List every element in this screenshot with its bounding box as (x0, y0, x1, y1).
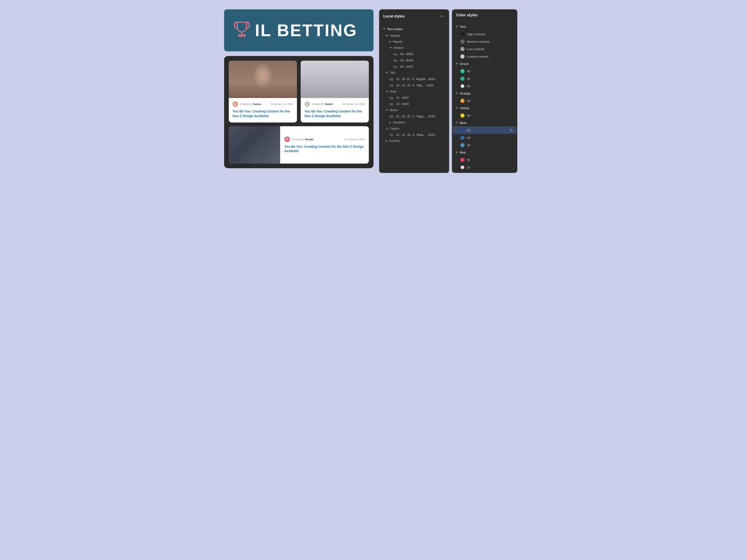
card-3-date: 11 February, 2022 (344, 138, 365, 141)
color-blue-40-label: 40 (467, 136, 470, 139)
trophy-icon (232, 20, 251, 41)
color-blue-section[interactable]: Blue (452, 119, 517, 127)
title-01[interactable]: Ag 01 . 18 .24 . 0 . Regular · 18/24 (379, 76, 449, 82)
title-chevron (386, 72, 388, 74)
button-01[interactable]: Ag 01 . 16 . 22 . 2 . Regu... · 16/24 (379, 113, 449, 119)
color-blue-40[interactable]: 40 (453, 134, 516, 141)
title-02-label: 02 . 14 . 20 . 0 . Reg... · 14/20 (396, 84, 445, 87)
regular-label: Regular (393, 40, 403, 44)
color-lowest-contrast[interactable]: Lowest-contrast (453, 53, 516, 60)
color-red-section[interactable]: Red (452, 149, 517, 156)
color-medium-contrast-label: Medium-contrast (467, 40, 490, 44)
color-orange-section[interactable]: Orange (452, 90, 517, 97)
brand-title: IL BETTING (255, 21, 357, 40)
color-yellow-50-label: 50 (467, 114, 470, 117)
caption-chevron (386, 128, 388, 130)
color-green-05[interactable]: 05 (453, 82, 516, 90)
body-01-label: 01 · 18/32 (396, 96, 445, 99)
card-2[interactable]: Posted By: Daniel November 10, 2022 You … (301, 61, 369, 123)
color-green-30[interactable]: 30 (453, 75, 516, 82)
color-green-label: Green (460, 62, 469, 65)
color-green-chevron (456, 63, 458, 64)
body-group[interactable]: Body (379, 88, 449, 95)
card-3-meta: S Posted By: Sunaki 11 February, 2022 (284, 136, 365, 142)
semibold-chevron (389, 121, 391, 124)
color-lowest-contrast-label: Lowest-contrast (467, 55, 488, 58)
color-low-contrast[interactable]: Low-contrast (453, 45, 516, 53)
color-high-contrast[interactable]: High-contrast (453, 30, 516, 38)
color-green-05-dot (460, 84, 465, 88)
card-1-author-name: Kairon (253, 103, 261, 105)
local-styles-add-button[interactable]: + (438, 13, 445, 20)
color-yellow-label: Yellow (460, 106, 469, 110)
card-2-date: November 10, 2022 (342, 103, 365, 105)
heading-h2-48-label: H2 · 48/56 (400, 53, 445, 56)
card-2-body: Posted By: Daniel November 10, 2022 You … (301, 98, 369, 123)
color-red-chevron (456, 152, 458, 153)
caption-01[interactable]: Ag 01 . 16 . 24 . 0 . Regu... · 16/24 (379, 132, 449, 138)
ag-icon-h2-40: Ag (393, 59, 398, 62)
heading-h2-48[interactable]: Ag H2 · 48/56 (379, 51, 449, 57)
heading-h4-24-label: H4 · 24/32 (400, 65, 445, 69)
card-3[interactable]: S Posted By: Sunaki 11 February, 2022 Yo… (229, 126, 369, 164)
local-styles-header: Local styles + (379, 9, 449, 24)
color-blue-30[interactable]: 30 (453, 141, 516, 149)
overline-group[interactable]: Overline (379, 138, 449, 144)
heading-h2-40[interactable]: Ag H2 · 40/48 (379, 57, 449, 63)
title-02[interactable]: Ag 02 . 14 . 20 . 0 . Reg... · 14/20 (379, 82, 449, 88)
button-group[interactable]: Button (379, 107, 449, 113)
card-1-title: You Be You: Creating Content for the Gen… (232, 109, 293, 118)
color-text-chevron (456, 26, 458, 28)
body-02[interactable]: Ag 02 · 16/26 (379, 101, 449, 107)
color-green-section[interactable]: Green (452, 60, 517, 68)
color-blue-30-dot (460, 143, 465, 147)
color-styles-title: Color styles (456, 13, 478, 17)
color-medium-contrast[interactable]: Medium-contrast (453, 38, 516, 45)
overline-chevron (386, 140, 387, 142)
color-orange-50[interactable]: 50 (453, 97, 516, 105)
ag-icon-caption-01: Ag (389, 133, 394, 136)
regular-subgroup[interactable]: Regular (379, 39, 449, 45)
card-1-meta: K Posted By: Kairon November 10, 2022 (232, 101, 293, 107)
title-group[interactable]: Title (379, 70, 449, 76)
color-blue-chevron (456, 122, 458, 124)
card-1-body: K Posted By: Kairon November 10, 2022 Yo… (229, 98, 297, 123)
ag-icon-title-01: Ag (389, 77, 394, 81)
card-1-image (229, 61, 297, 98)
medium-subgroup[interactable]: Medium (379, 45, 449, 51)
ag-icon-body-02: Ag (389, 102, 394, 106)
color-yellow-section[interactable]: Yellow (452, 105, 517, 112)
color-blue-label: Blue (460, 121, 466, 125)
button-01-label: 01 . 16 . 22 . 2 . Regu... · 16/24 (396, 115, 445, 118)
body-01[interactable]: Ag 01 · 18/32 (379, 95, 449, 101)
color-blue-50[interactable]: 50 ⇅ (453, 127, 516, 134)
card-1-author-label: Posted By: Kairon (240, 103, 261, 105)
color-blue-50-label: 50 (467, 129, 470, 132)
color-yellow-50[interactable]: 50 (453, 112, 516, 119)
color-orange-label: Orange (460, 92, 471, 95)
card-2-meta: Posted By: Daniel November 10, 2022 (304, 101, 365, 107)
card-2-author-name: Daniel (325, 103, 333, 105)
card-2-author-label: Posted By: Daniel (312, 103, 333, 105)
color-text-section[interactable]: Text (452, 23, 517, 30)
ag-icon-h2-48: Ag (393, 52, 398, 56)
color-styles-body: Text High-contrast Medium-contrast Low-c… (452, 21, 517, 173)
card-2-avatar (304, 101, 310, 107)
card-3-title: You Be You: Creating Content for the Gen… (284, 144, 365, 154)
button-label: Button (390, 108, 398, 112)
caption-group[interactable]: Caption (379, 126, 449, 132)
color-red-10[interactable]: 10 (453, 164, 516, 171)
card-1[interactable]: K Posted By: Kairon November 10, 2022 Yo… (229, 61, 297, 123)
color-green-40[interactable]: 40 (453, 68, 516, 75)
heading-chevron (386, 35, 388, 37)
color-red-50-label: 50 (467, 158, 470, 162)
color-blue-40-dot (460, 136, 465, 140)
page-wrapper: IL BETTING K Posted By: Kairon November … (224, 9, 523, 173)
title-01-label: 01 . 18 .24 . 0 . Regular · 18/24 (396, 77, 445, 81)
color-red-50[interactable]: 50 (453, 156, 516, 164)
heading-group[interactable]: Heading (379, 33, 449, 39)
card-3-author-label: Posted By: Sunaki (292, 138, 313, 141)
heading-h4-24[interactable]: Ag H4 · 24/32 (379, 63, 449, 70)
text-styles-section[interactable]: Text styles (379, 25, 449, 33)
semibold-subgroup[interactable]: SemiBold (379, 119, 449, 126)
